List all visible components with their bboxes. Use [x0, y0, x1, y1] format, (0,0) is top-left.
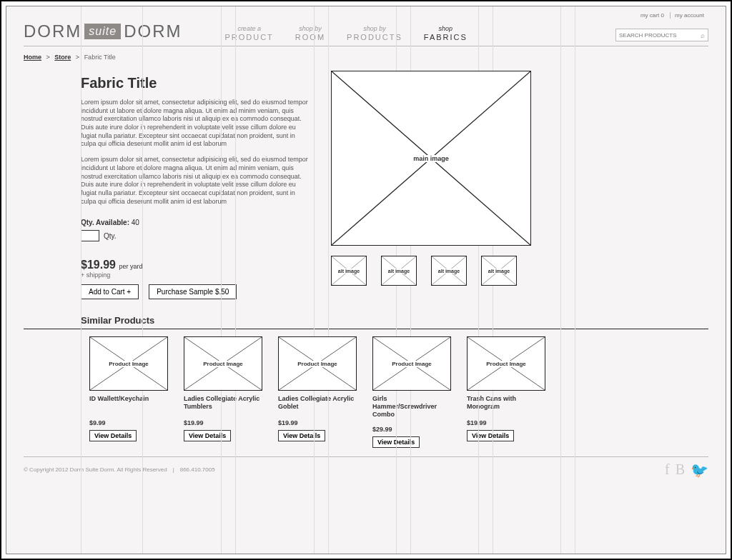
breadcrumb-current: Fabric Title [84, 54, 116, 61]
site-header: Dorm suite Dorm create a PRODUCT shop by… [24, 20, 708, 46]
product-price: $19.99 [184, 419, 264, 426]
nav-create-product[interactable]: create a PRODUCT [224, 26, 273, 41]
similar-product-card: Product Image Ladies Collegiate Acrylic … [184, 336, 264, 447]
blogger-icon[interactable]: B [676, 461, 685, 479]
product-description: Lorem ipsum dolor sit amet, consectetur … [81, 99, 310, 206]
product-price: $19.99 per yard [81, 259, 310, 271]
product-name: Ladies Collegiate Acrylic Goblet [278, 395, 358, 412]
logo-text: Dorm [124, 21, 182, 41]
alt-image-thumb[interactable]: alt image [431, 256, 467, 286]
my-cart-link[interactable]: my cart 0 [636, 12, 668, 19]
product-price: $19.99 [467, 419, 547, 426]
logo-text: suite [84, 24, 121, 39]
view-details-button[interactable]: View Details [89, 430, 137, 441]
purchase-sample-button[interactable]: Purchase Sample $.50 [149, 284, 237, 299]
product-name: Trash Cans with Monogram [467, 395, 547, 412]
product-name: Girls Hammer/Screwdriver Combo [372, 395, 452, 418]
breadcrumb: Home > Store > Fabric Title [24, 46, 708, 66]
similar-product-card: Product Image Girls Hammer/Screwdriver C… [372, 336, 452, 447]
view-details-button[interactable]: View Details [372, 436, 420, 448]
thumbnail-row: alt image alt image alt image alt image [331, 256, 708, 286]
qty-input[interactable] [81, 230, 99, 241]
page-title: Fabric Title [81, 71, 310, 99]
product-image-placeholder[interactable]: Product Image [184, 336, 262, 391]
view-details-button[interactable]: View Details [184, 430, 231, 441]
copyright: © Copyright 2012 Dorm Suite Dorm. All Ri… [24, 466, 167, 473]
top-utility-bar: my cart 0 my account [24, 12, 708, 20]
search-icon[interactable]: ⌕ [701, 31, 705, 39]
main-nav: create a PRODUCT shop by ROOM shop by PR… [224, 26, 467, 41]
search-box[interactable]: ⌕ [615, 29, 708, 41]
product-price: $9.99 [89, 419, 169, 426]
my-account-link[interactable]: my account [670, 12, 708, 19]
site-footer: © Copyright 2012 Dorm Suite Dorm. All Ri… [24, 456, 708, 479]
alt-image-thumb[interactable]: alt image [481, 256, 517, 286]
logo-text: Dorm [24, 21, 81, 41]
product-name: ID Wallett/Keychain [89, 395, 169, 412]
product-price: $19.99 [278, 419, 358, 426]
product-price: $29.99 [372, 426, 452, 433]
similar-product-card: Product Image Trash Cans with Monogram $… [467, 336, 547, 447]
site-logo[interactable]: Dorm suite Dorm [24, 21, 182, 41]
footer-phone: 866.410.7005 [180, 466, 215, 473]
breadcrumb-home[interactable]: Home [24, 54, 41, 61]
breadcrumb-store[interactable]: Store [54, 54, 71, 61]
view-details-button[interactable]: View Details [278, 430, 325, 441]
main-product-image: main image [331, 71, 531, 246]
nav-shop-products[interactable]: shop by PRODUCTS [347, 26, 402, 41]
product-image-placeholder[interactable]: Product Image [278, 336, 357, 391]
twitter-icon[interactable]: 🐦 [691, 461, 708, 479]
product-name: Ladies Collegiate Acrylic Tumblers [184, 395, 264, 412]
add-to-cart-button[interactable]: Add to Cart + [81, 284, 139, 299]
qty-label: Qty. [104, 232, 117, 240]
shipping-note: + shipping [81, 271, 310, 279]
nav-shop-fabrics[interactable]: shop FABRICS [424, 26, 468, 41]
alt-image-thumb[interactable]: alt image [381, 256, 417, 286]
similar-products-heading: Similar Products [81, 315, 708, 326]
qty-available: Qty. Available: 40 [81, 219, 310, 226]
facebook-icon[interactable]: f [665, 461, 670, 479]
product-image-placeholder[interactable]: Product Image [467, 336, 545, 391]
similar-product-card: Product Image Ladies Collegiate Acrylic … [278, 336, 358, 447]
nav-shop-room[interactable]: shop by ROOM [295, 26, 325, 41]
similar-products-row: Product Image ID Wallett/Keychain $9.99 … [24, 336, 708, 447]
similar-product-card: Product Image ID Wallett/Keychain $9.99 … [89, 336, 169, 447]
product-image-placeholder[interactable]: Product Image [89, 336, 168, 391]
view-details-button[interactable]: View Details [467, 430, 514, 441]
product-image-placeholder[interactable]: Product Image [372, 336, 451, 391]
alt-image-thumb[interactable]: alt image [331, 256, 367, 286]
search-input[interactable] [619, 32, 701, 39]
